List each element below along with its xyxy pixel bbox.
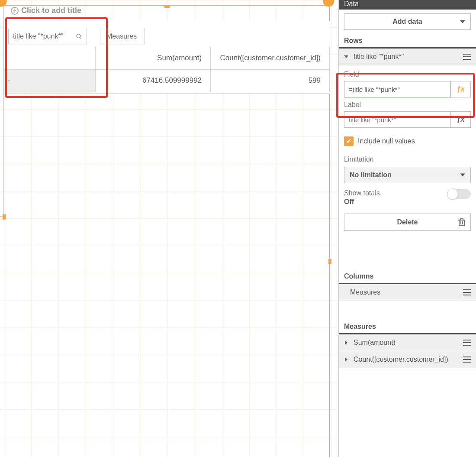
- svg-rect-17: [463, 340, 471, 340]
- limitation-label: Limitation: [339, 148, 476, 166]
- plus-icon: +: [11, 7, 19, 15]
- svg-rect-6: [463, 59, 471, 60]
- title-placeholder: Click to add title: [21, 6, 81, 15]
- panel-header: Data: [339, 0, 476, 10]
- properties-panel: Data Add data Rows title like "*punk*" F…: [338, 0, 476, 457]
- show-totals-state: Off: [344, 198, 380, 206]
- svg-rect-13: [463, 289, 471, 290]
- measure-item-label: Count([customer.customer_id]): [354, 356, 448, 363]
- menu-icon[interactable]: [463, 357, 471, 363]
- row-item-label: title like "*punk*": [354, 53, 404, 61]
- measures-section-header: Measures: [339, 320, 476, 334]
- trash-icon: [458, 218, 465, 226]
- checkbox-checked-icon[interactable]: ✔: [344, 136, 354, 146]
- svg-rect-23: [463, 362, 471, 363]
- table-row[interactable]: - 67416.509999992 599: [4, 69, 330, 92]
- svg-rect-15: [463, 295, 471, 295]
- dimension-pill[interactable]: title like "*punk*": [8, 28, 87, 45]
- measure-item-label: Sum(amount): [354, 339, 396, 347]
- panel-header-label: Data: [344, 0, 359, 8]
- menu-icon[interactable]: [463, 340, 471, 346]
- include-null-label: Include null values: [358, 137, 415, 145]
- columns-section-header: Columns: [339, 270, 476, 284]
- measure-item-1[interactable]: Sum(amount): [339, 334, 476, 351]
- dimension-label: title like "*punk*": [13, 32, 63, 40]
- dim-header-blank: [4, 47, 95, 69]
- svg-rect-12: [460, 219, 463, 220]
- svg-rect-22: [463, 359, 471, 360]
- label-input[interactable]: [344, 111, 451, 128]
- caret-down-icon: [460, 172, 465, 178]
- search-icon[interactable]: [76, 33, 82, 40]
- measure-item-2[interactable]: Count([customer.customer_id]): [339, 351, 476, 368]
- svg-marker-2: [460, 20, 465, 23]
- measure-label: Measures: [106, 32, 137, 40]
- rows-section-header: Rows: [339, 34, 476, 49]
- limitation-select[interactable]: No limitation: [344, 167, 471, 183]
- field-input[interactable]: [344, 81, 451, 97]
- svg-rect-4: [463, 54, 471, 55]
- column-item[interactable]: Measures: [339, 284, 476, 301]
- cell-sum: 67416.509999992: [95, 69, 210, 92]
- cell-count: 599: [211, 69, 330, 92]
- show-totals-label: Show totals: [344, 189, 380, 197]
- resize-handle-right[interactable]: [328, 259, 331, 264]
- column-item-label: Measures: [350, 288, 380, 296]
- show-totals-toggle[interactable]: [447, 189, 471, 199]
- svg-rect-14: [463, 292, 471, 293]
- col-header-1[interactable]: Sum(amount): [95, 47, 210, 69]
- add-data-label: Add data: [392, 18, 422, 26]
- limitation-value: No limitation: [350, 171, 392, 179]
- measure-pill[interactable]: Measures: [100, 28, 145, 45]
- svg-rect-8: [459, 220, 464, 226]
- collapse-icon: [344, 53, 349, 61]
- delete-button[interactable]: Delete: [344, 214, 471, 231]
- sheet-canvas[interactable]: + Click to add title title like "*punk*"…: [0, 0, 338, 457]
- fx-button-label[interactable]: ƒx: [451, 111, 471, 128]
- field-label: Field: [344, 70, 471, 78]
- resize-handle-top[interactable]: [164, 5, 170, 8]
- add-data-button[interactable]: Add data: [344, 13, 471, 30]
- pivot-chart[interactable]: title like "*punk*" Measures Sum(amount)…: [4, 21, 330, 94]
- row-dim-value: -: [4, 69, 95, 92]
- svg-line-1: [80, 37, 81, 39]
- resize-handle-left[interactable]: [3, 214, 6, 220]
- expand-icon: [344, 339, 349, 347]
- svg-rect-19: [463, 345, 471, 346]
- caret-down-icon: [460, 19, 465, 24]
- label-label: Label: [344, 100, 471, 109]
- fx-button-field[interactable]: ƒx: [451, 81, 471, 97]
- col-header-2[interactable]: Count([customer.customer_id]): [211, 47, 330, 69]
- menu-icon[interactable]: [463, 54, 471, 60]
- svg-marker-16: [345, 340, 347, 345]
- expand-icon: [344, 356, 349, 363]
- chart-title[interactable]: + Click to add title: [11, 6, 81, 15]
- delete-label: Delete: [397, 218, 418, 226]
- toggle-knob: [447, 188, 458, 200]
- svg-point-0: [77, 34, 80, 38]
- svg-rect-21: [463, 357, 471, 357]
- include-null-row[interactable]: ✔ Include null values: [339, 130, 476, 148]
- menu-icon[interactable]: [463, 289, 471, 295]
- row-item[interactable]: title like "*punk*": [339, 49, 476, 65]
- pivot-table: Sum(amount) Count([customer.customer_id]…: [4, 47, 330, 92]
- svg-marker-20: [345, 357, 347, 362]
- svg-marker-3: [344, 55, 348, 58]
- svg-marker-7: [460, 173, 465, 176]
- svg-rect-18: [463, 342, 471, 343]
- svg-rect-5: [463, 56, 471, 57]
